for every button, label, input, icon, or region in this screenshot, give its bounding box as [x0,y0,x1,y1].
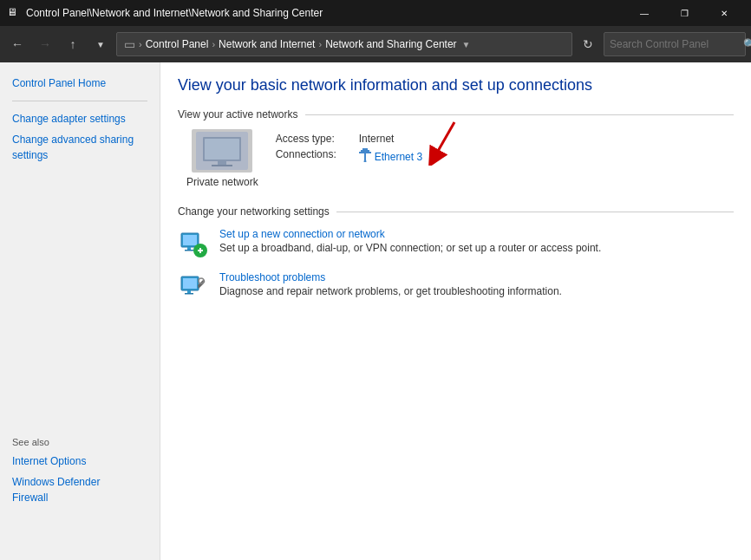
svg-rect-4 [212,165,232,166]
svg-rect-15 [187,247,191,250]
recent-button[interactable]: ▼ [88,32,113,56]
up-button[interactable]: ↑ [61,32,85,56]
troubleshoot-desc: Diagnose and repair network problems, or… [219,285,734,297]
troubleshoot-item: Troubleshoot problems Diagnose and repai… [178,271,734,303]
sidebar: Control Panel Home Change adapter settin… [0,62,160,560]
see-also-title: See also [12,437,148,447]
ethernet-link-container: Ethernet 3 [359,148,422,165]
path-control-panel[interactable]: Control Panel [146,38,209,50]
svg-line-11 [434,122,454,159]
search-input[interactable] [610,38,740,50]
address-path[interactable]: ▭ › Control Panel › Network and Internet… [116,32,572,56]
path-network-internet[interactable]: Network and Internet [219,38,315,50]
main-layout: Control Panel Home Change adapter settin… [0,62,751,560]
access-type-row: Access type: Internet [276,133,422,145]
forward-button[interactable]: → [33,32,57,56]
svg-rect-2 [205,139,239,160]
path-dropdown[interactable]: ▼ [462,40,471,49]
connections-row: Connections: [276,148,422,165]
refresh-button[interactable]: ↻ [576,32,600,56]
svg-rect-5 [362,148,368,150]
ethernet-icon [359,148,371,165]
network-image-svg [196,132,248,170]
restore-button[interactable]: ❐ [664,0,704,26]
troubleshoot-icon [178,271,209,303]
svg-rect-23 [185,293,193,295]
new-connection-text: Set up a new connection or network Set u… [219,228,734,254]
svg-rect-14 [183,235,197,245]
svg-rect-16 [185,250,193,251]
sidebar-control-panel-home[interactable]: Control Panel Home [0,73,160,94]
title-bar: 🖥 Control Panel\Network and Internet\Net… [0,0,751,26]
access-type-label: Access type: [276,133,354,145]
sidebar-change-advanced[interactable]: Change advanced sharing settings [0,129,160,166]
content-area: View your basic network information and … [160,62,751,560]
close-button[interactable]: ✕ [704,0,744,26]
back-button[interactable]: ← [5,32,29,56]
network-name: Private network [186,176,258,188]
svg-rect-8 [364,153,366,160]
path-sharing-center[interactable]: Network and Sharing Center [325,38,456,50]
svg-rect-21 [183,278,197,289]
sidebar-internet-options[interactable]: Internet Options [12,451,148,472]
new-connection-icon [178,228,209,259]
network-icon-block: Private network [186,129,258,188]
network-icon [192,129,252,173]
ethernet-link[interactable]: Ethernet 3 [359,148,422,165]
search-box[interactable]: 🔍 [604,32,746,56]
new-connection-svg [180,230,207,257]
new-connection-desc: Set up a broadband, dial-up, or VPN conn… [219,242,734,254]
minimize-button[interactable]: — [624,0,664,26]
svg-rect-19 [199,248,201,253]
sidebar-change-adapter[interactable]: Change adapter settings [0,108,160,129]
active-networks-header: View your active networks [178,108,734,120]
svg-rect-3 [218,161,226,165]
svg-point-9 [363,160,366,163]
window-title: Control Panel\Network and Internet\Netwo… [26,7,624,19]
ethernet-link-text: Ethernet 3 [375,151,422,163]
access-type-value: Internet [359,133,395,145]
ethernet-svg-icon [359,148,371,162]
address-bar: ← → ↑ ▼ ▭ › Control Panel › Network and … [0,26,751,62]
app-icon: 🖥 [7,6,21,20]
svg-rect-6 [361,150,369,152]
network-details: Access type: Internet Connections: [276,133,422,165]
troubleshoot-link[interactable]: Troubleshoot problems [219,271,325,283]
sidebar-windows-defender[interactable]: Windows Defender Firewall [12,472,148,508]
red-arrow-annotation [418,114,461,166]
search-icon: 🔍 [743,38,751,50]
connections-label: Connections: [276,148,354,165]
svg-rect-22 [187,290,191,293]
troubleshoot-svg [180,273,207,301]
new-connection-link[interactable]: Set up a new connection or network [219,228,385,240]
page-title: View your basic network information and … [178,76,734,94]
sidebar-divider [12,101,147,101]
svg-rect-7 [359,152,371,153]
new-connection-item: Set up a new connection or network Set u… [178,228,734,259]
change-networking-header: Change your networking settings [178,205,734,218]
troubleshoot-text: Troubleshoot problems Diagnose and repai… [219,271,734,297]
network-info-row: Private network Access type: Internet Co… [178,129,734,188]
window-controls: — ❐ ✕ [624,0,744,26]
